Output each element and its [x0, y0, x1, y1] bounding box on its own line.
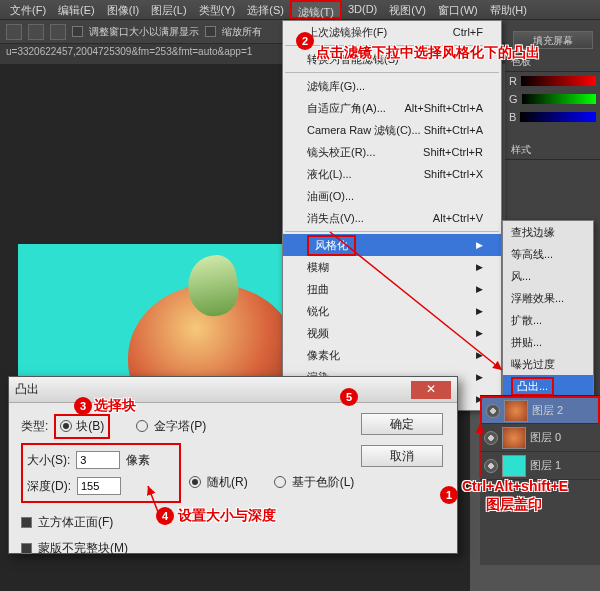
menu-cameraraw[interactable]: Camera Raw 滤镜(C)...Shift+Ctrl+A [283, 119, 501, 141]
checkbox-zoomall[interactable] [205, 26, 216, 37]
checkbox-resize[interactable] [72, 26, 83, 37]
zoom-in-icon[interactable] [6, 24, 22, 40]
layer-label: 图层 0 [530, 430, 561, 445]
menu-edit[interactable]: 编辑(E) [52, 0, 101, 19]
menu-vanish[interactable]: 消失点(V)...Alt+Ctrl+V [283, 207, 501, 229]
layer-label: 图层 2 [532, 403, 563, 418]
annotation-4: 设置大小与深度 [178, 507, 276, 525]
menu-window[interactable]: 窗口(W) [432, 0, 484, 19]
layer-2[interactable]: 图层 2 [480, 396, 600, 424]
type-label: 类型: [21, 418, 48, 435]
annotation-3: 选择块 [94, 397, 136, 415]
slider-g[interactable] [522, 94, 596, 104]
menu-lens[interactable]: 镜头校正(R)...Shift+Ctrl+R [283, 141, 501, 163]
menu-select[interactable]: 选择(S) [241, 0, 290, 19]
menu-distort[interactable]: 扭曲▶ [283, 278, 501, 300]
sub-findedges[interactable]: 查找边缘 [503, 221, 593, 243]
layer-thumb [504, 400, 528, 422]
menu-image[interactable]: 图像(I) [101, 0, 145, 19]
sub-extrude[interactable]: 凸出... [503, 375, 593, 397]
callout-1: 1 [440, 486, 458, 504]
menu-gallery[interactable]: 滤镜库(G)... [283, 75, 501, 97]
radio-block[interactable] [60, 420, 72, 432]
checkbox-solid-label: 立方体正面(F) [38, 514, 113, 531]
label-g: G [509, 93, 518, 105]
radio-pyramid-label: 金字塔(P) [154, 418, 206, 435]
slider-b[interactable] [520, 112, 596, 122]
sub-wind[interactable]: 风... [503, 265, 593, 287]
cancel-button[interactable]: 取消 [361, 445, 443, 467]
menu-blur[interactable]: 模糊▶ [283, 256, 501, 278]
callout-5: 5 [340, 388, 358, 406]
sub-tile[interactable]: 拼贴... [503, 331, 593, 353]
sub-diffuse[interactable]: 扩散... [503, 309, 593, 331]
annotation-1a: Ctrl+Alt+shift+E [462, 478, 568, 494]
depth-label: 深度(D): [27, 478, 71, 495]
menu-type[interactable]: 类型(Y) [193, 0, 242, 19]
annotation-2: 点击滤镜下拉中选择风格化下的凸出 [316, 44, 540, 62]
menu-video[interactable]: 视频▶ [283, 322, 501, 344]
menu-last-filter[interactable]: 上次滤镜操作(F)Ctrl+F [283, 21, 501, 43]
eye-icon[interactable] [484, 459, 498, 473]
menu-pixelate[interactable]: 像素化▶ [283, 344, 501, 366]
radio-random[interactable] [189, 476, 201, 488]
size-label: 大小(S): [27, 452, 70, 469]
zoom-fit-icon[interactable] [50, 24, 66, 40]
menubar[interactable]: 文件(F) 编辑(E) 图像(I) 图层(L) 类型(Y) 选择(S) 滤镜(T… [0, 0, 600, 20]
eye-icon[interactable] [486, 404, 500, 418]
radio-level-label: 基于色阶(L) [292, 474, 355, 491]
menu-filter[interactable]: 滤镜(T) [290, 0, 342, 19]
checkbox-solid[interactable] [21, 517, 32, 528]
chevron-right-icon: ▶ [476, 240, 483, 250]
slider-r[interactable] [521, 76, 596, 86]
filter-menu[interactable]: 上次滤镜操作(F)Ctrl+F 转换为智能滤镜(S) 滤镜库(G)... 自适应… [282, 20, 502, 411]
stylize-submenu[interactable]: 查找边缘 等高线... 风... 浮雕效果... 扩散... 拼贴... 曝光过… [502, 220, 594, 420]
label-b: B [509, 111, 516, 123]
menu-3d[interactable]: 3D(D) [342, 0, 383, 19]
layer-thumb [502, 427, 526, 449]
radio-block-label: 块(B) [76, 418, 104, 435]
annotation-1b: 图层盖印 [486, 496, 542, 514]
menu-view[interactable]: 视图(V) [383, 0, 432, 19]
label-r: R [509, 75, 517, 87]
sub-contour[interactable]: 等高线... [503, 243, 593, 265]
checkbox-mask[interactable] [21, 543, 32, 554]
menu-layer[interactable]: 图层(L) [145, 0, 192, 19]
ok-button[interactable]: 确定 [361, 413, 443, 435]
sub-emboss[interactable]: 浮雕效果... [503, 287, 593, 309]
size-input[interactable] [76, 451, 120, 469]
menu-stylize[interactable]: 风格化▶ [283, 234, 501, 256]
radio-random-label: 随机(R) [207, 474, 248, 491]
zoom-out-icon[interactable] [28, 24, 44, 40]
radio-pyramid[interactable] [136, 420, 148, 432]
menu-sharpen[interactable]: 锐化▶ [283, 300, 501, 322]
eye-icon[interactable] [484, 431, 498, 445]
layer-0[interactable]: 图层 0 [480, 424, 600, 452]
layer-thumb [502, 455, 526, 477]
depth-input[interactable] [77, 477, 121, 495]
menu-file[interactable]: 文件(F) [4, 0, 52, 19]
radio-level[interactable] [274, 476, 286, 488]
checkbox-mask-label: 蒙版不完整块(M) [38, 540, 128, 557]
layer-1[interactable]: 图层 1 [480, 452, 600, 480]
close-icon[interactable]: ✕ [411, 381, 451, 399]
layer-label: 图层 1 [530, 458, 561, 473]
opt-zoomall-label: 缩放所有 [222, 25, 262, 39]
menu-liquify[interactable]: 液化(L)...Shift+Ctrl+X [283, 163, 501, 185]
opt-resize-label: 调整窗口大小以满屏显示 [89, 25, 199, 39]
dialog-title: 凸出 [15, 381, 39, 398]
menu-adaptive[interactable]: 自适应广角(A)...Alt+Shift+Ctrl+A [283, 97, 501, 119]
menu-oil[interactable]: 油画(O)... [283, 185, 501, 207]
px-label: 像素 [126, 452, 150, 469]
callout-3: 3 [74, 397, 92, 415]
callout-2: 2 [296, 32, 314, 50]
sub-solarize[interactable]: 曝光过度 [503, 353, 593, 375]
callout-4: 4 [156, 507, 174, 525]
menu-help[interactable]: 帮助(H) [484, 0, 533, 19]
panel-style[interactable]: 样式 [505, 140, 600, 160]
